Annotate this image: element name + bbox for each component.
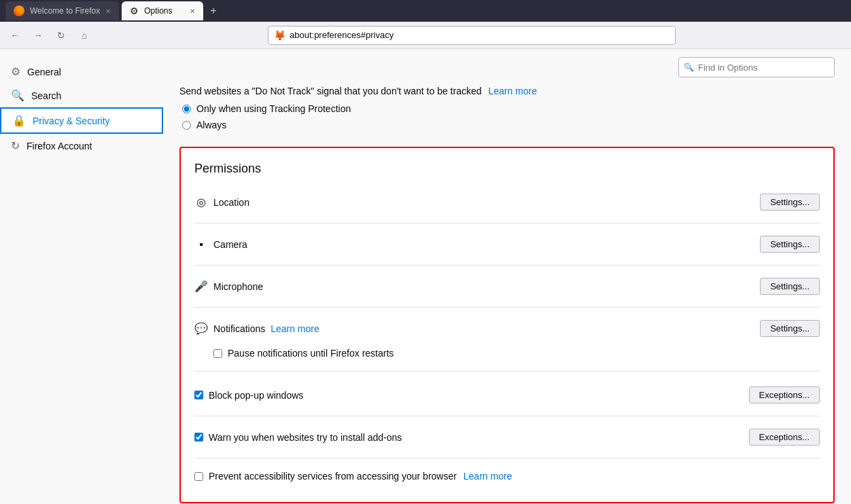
address-text: about:preferences#privacy bbox=[290, 30, 394, 40]
tab-options-close[interactable]: ✕ bbox=[190, 7, 195, 15]
permission-row-microphone: 🎤 Microphone Settings... bbox=[194, 271, 820, 302]
firefox-favicon bbox=[14, 5, 24, 16]
dnt-text-content: Send websites a "Do Not Track" signal th… bbox=[179, 86, 482, 96]
dnt-learn-more-link[interactable]: Learn more bbox=[488, 86, 537, 96]
separator-2 bbox=[194, 265, 820, 266]
permissions-box: Permissions ◎ Location Settings... ▪ Cam… bbox=[179, 147, 835, 503]
content-area: 🔍 Send websites a "Do Not Track" signal … bbox=[163, 49, 851, 504]
main-content: Send websites a "Do Not Track" signal th… bbox=[163, 86, 851, 504]
warn-addons-label[interactable]: Warn you when websites try to install ad… bbox=[209, 432, 744, 443]
app-body: ⚙ General 🔍 Search 🔒 Privacy & Security … bbox=[0, 49, 851, 504]
title-bar: Welcome to Firefox ✕ ⚙ Options ✕ + bbox=[0, 0, 851, 22]
block-popups-checkbox[interactable] bbox=[194, 391, 203, 399]
permissions-title: Permissions bbox=[194, 162, 820, 176]
sidebar-search-label: Search bbox=[31, 90, 61, 101]
separator-3 bbox=[194, 307, 820, 308]
warn-addons-exceptions-button[interactable]: Exceptions... bbox=[749, 429, 820, 446]
warn-addons-checkbox[interactable] bbox=[194, 433, 203, 442]
prevent-accessibility-label[interactable]: Prevent accessibility services from acce… bbox=[209, 471, 820, 482]
privacy-icon: 🔒 bbox=[12, 114, 26, 127]
permission-row-camera: ▪ Camera Settings... bbox=[194, 229, 820, 259]
permission-row-notifications: 💬 Notifications Learn more Settings... bbox=[194, 313, 820, 344]
tab-options-icon: ⚙ bbox=[130, 5, 139, 16]
dnt-description: Send websites a "Do Not Track" signal th… bbox=[179, 86, 835, 96]
sidebar-item-search[interactable]: 🔍 Search bbox=[0, 84, 163, 107]
dnt-radio-group: Only when using Tracking Protection Alwa… bbox=[179, 103, 835, 130]
permission-row-location: ◎ Location Settings... bbox=[194, 187, 820, 217]
separator-1 bbox=[194, 223, 820, 223]
separator-4 bbox=[194, 371, 820, 372]
dnt-always-label[interactable]: Always bbox=[182, 120, 835, 130]
location-settings-button[interactable]: Settings... bbox=[760, 194, 820, 211]
notifications-icon: 💬 bbox=[194, 322, 208, 335]
firefox-address-icon: 🦊 bbox=[274, 30, 285, 41]
back-button[interactable]: ← bbox=[5, 26, 24, 45]
sidebar-item-firefox-account[interactable]: ↻ Firefox Account bbox=[0, 134, 163, 158]
notifications-label-text: Notifications bbox=[213, 323, 265, 334]
location-label: Location bbox=[213, 197, 754, 208]
block-popups-exceptions-button[interactable]: Exceptions... bbox=[749, 386, 820, 403]
tab-options[interactable]: ⚙ Options ✕ bbox=[122, 1, 203, 20]
browser-chrome: Welcome to Firefox ✕ ⚙ Options ✕ + ← → ↻… bbox=[0, 0, 851, 49]
pause-notifications-label[interactable]: Pause notifications until Firefox restar… bbox=[228, 348, 394, 359]
sidebar-privacy-label: Privacy & Security bbox=[33, 115, 110, 126]
microphone-settings-button[interactable]: Settings... bbox=[760, 278, 820, 295]
find-input[interactable] bbox=[678, 57, 835, 77]
tab-welcome-close[interactable]: ✕ bbox=[105, 7, 111, 15]
prevent-accessibility-learn-more[interactable]: Learn more bbox=[464, 471, 513, 482]
search-icon: 🔍 bbox=[11, 89, 24, 102]
forward-button[interactable]: → bbox=[29, 26, 48, 45]
microphone-label: Microphone bbox=[213, 281, 754, 292]
notifications-label: Notifications Learn more bbox=[213, 323, 754, 334]
find-bar: 🔍 bbox=[163, 49, 851, 86]
sidebar: ⚙ General 🔍 Search 🔒 Privacy & Security … bbox=[0, 49, 163, 504]
pause-notifications-row: Pause notifications until Firefox restar… bbox=[194, 344, 820, 363]
microphone-icon: 🎤 bbox=[194, 280, 208, 293]
sidebar-firefox-account-label: Firefox Account bbox=[27, 141, 92, 151]
camera-icon: ▪ bbox=[194, 238, 208, 251]
camera-label: Camera bbox=[213, 239, 754, 250]
block-popups-row: Block pop-up windows Exceptions... bbox=[194, 380, 820, 410]
dnt-always-text: Always bbox=[196, 120, 226, 130]
separator-5 bbox=[194, 416, 820, 416]
warn-addons-row: Warn you when websites try to install ad… bbox=[194, 422, 820, 452]
dnt-always-radio[interactable] bbox=[182, 121, 191, 130]
sidebar-item-general[interactable]: ⚙ General bbox=[0, 60, 163, 84]
sidebar-general-label: General bbox=[27, 67, 61, 77]
general-icon: ⚙ bbox=[11, 65, 20, 78]
camera-settings-button[interactable]: Settings... bbox=[760, 236, 820, 253]
separator-6 bbox=[194, 458, 820, 458]
location-icon: ◎ bbox=[194, 196, 208, 209]
new-tab-button[interactable]: + bbox=[206, 5, 220, 17]
dnt-tracking-only-radio[interactable] bbox=[182, 105, 191, 113]
firefox-account-icon: ↻ bbox=[11, 139, 20, 152]
dnt-tracking-only-label[interactable]: Only when using Tracking Protection bbox=[182, 103, 835, 114]
address-bar[interactable]: 🦊 about:preferences#privacy bbox=[268, 26, 676, 45]
reload-button[interactable]: ↻ bbox=[52, 26, 71, 45]
prevent-accessibility-checkbox[interactable] bbox=[194, 472, 203, 481]
dnt-section: Send websites a "Do Not Track" signal th… bbox=[179, 86, 835, 130]
find-input-wrapper: 🔍 bbox=[678, 57, 835, 77]
notifications-settings-button[interactable]: Settings... bbox=[760, 320, 820, 337]
tab-options-label: Options bbox=[144, 6, 172, 16]
block-popups-label[interactable]: Block pop-up windows bbox=[209, 390, 744, 401]
sidebar-item-privacy[interactable]: 🔒 Privacy & Security bbox=[0, 107, 163, 134]
prevent-accessibility-text: Prevent accessibility services from acce… bbox=[209, 471, 457, 482]
find-icon: 🔍 bbox=[684, 62, 694, 72]
tab-welcome-label: Welcome to Firefox bbox=[30, 6, 100, 16]
prevent-accessibility-row: Prevent accessibility services from acce… bbox=[194, 464, 820, 488]
home-button[interactable]: ⌂ bbox=[75, 26, 94, 45]
notifications-learn-more-link[interactable]: Learn more bbox=[271, 323, 319, 334]
nav-bar: ← → ↻ ⌂ 🦊 about:preferences#privacy bbox=[0, 22, 851, 49]
tab-welcome[interactable]: Welcome to Firefox ✕ bbox=[5, 1, 119, 20]
pause-notifications-checkbox[interactable] bbox=[213, 349, 222, 358]
dnt-tracking-only-text: Only when using Tracking Protection bbox=[196, 103, 351, 114]
